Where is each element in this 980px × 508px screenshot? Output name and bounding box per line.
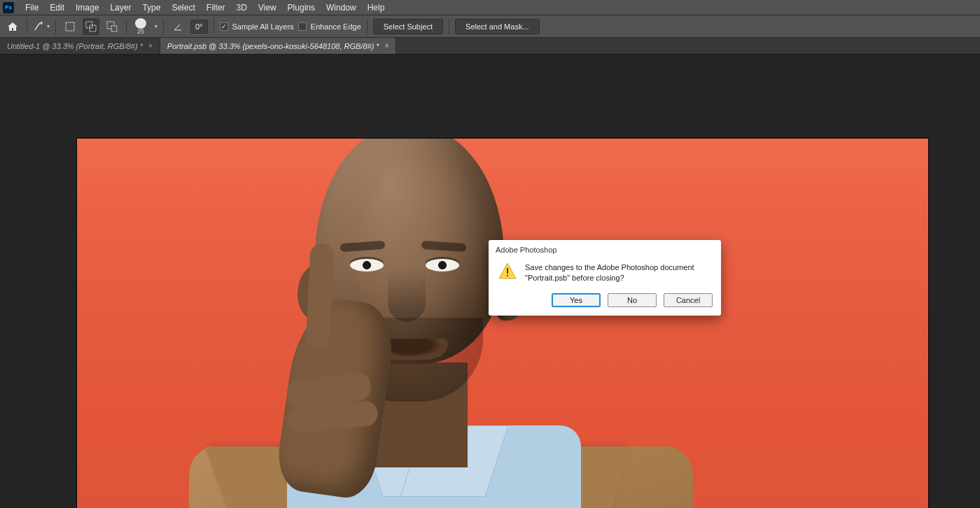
tab-untitled-1[interactable]: Untitled-1 @ 33.3% (Portrait, RGB/8#) * … xyxy=(0,38,160,54)
cancel-button[interactable]: Cancel xyxy=(664,293,713,307)
brush-preset-picker[interactable]: 25 xyxy=(132,18,149,35)
svg-rect-5 xyxy=(507,268,508,274)
menu-view[interactable]: View xyxy=(253,1,282,15)
brush-size-label: 25 xyxy=(137,29,144,35)
portrait-eye xyxy=(426,259,459,271)
brush-angle-icon xyxy=(169,18,186,35)
menu-layer[interactable]: Layer xyxy=(104,1,136,15)
brush-preview-icon xyxy=(135,18,146,29)
separator xyxy=(367,19,368,34)
menu-file[interactable]: File xyxy=(20,1,44,15)
close-icon[interactable]: × xyxy=(148,42,153,50)
warning-icon xyxy=(498,262,517,279)
enhance-edge-checkbox[interactable]: Enhance Edge xyxy=(298,22,361,31)
separator xyxy=(27,19,27,34)
separator xyxy=(163,19,164,34)
close-icon[interactable]: × xyxy=(385,42,389,50)
checkbox-icon xyxy=(220,22,228,31)
enhance-edge-label: Enhance Edge xyxy=(311,22,361,31)
select-and-mask-button[interactable]: Select and Mask... xyxy=(455,19,540,34)
menu-type[interactable]: Type xyxy=(136,1,166,15)
separator xyxy=(126,19,127,34)
chevron-down-icon: ▾ xyxy=(47,23,50,29)
subtract-from-selection-icon[interactable] xyxy=(104,18,120,35)
separator xyxy=(449,19,449,34)
svg-rect-0 xyxy=(66,22,74,31)
menu-bar: Ps File Edit Image Layer Type Select Fil… xyxy=(0,0,980,15)
sample-all-layers-checkbox[interactable]: Sample All Layers xyxy=(220,22,294,31)
save-changes-dialog: Adobe Photoshop Save changes to the Adob… xyxy=(489,240,721,316)
menu-help[interactable]: Help xyxy=(362,1,391,15)
tab-portrait-psb[interactable]: Portrait.psb @ 33.3% (pexels-ono-kosuki-… xyxy=(160,38,397,54)
menu-edit[interactable]: Edit xyxy=(44,1,70,15)
document-tabs: Untitled-1 @ 33.3% (Portrait, RGB/8#) * … xyxy=(0,38,980,55)
menu-window[interactable]: Window xyxy=(321,1,362,15)
add-to-selection-icon[interactable] xyxy=(83,18,99,35)
portrait-eye xyxy=(350,259,384,271)
separator xyxy=(214,19,214,34)
menu-image[interactable]: Image xyxy=(70,1,104,15)
tool-quick-select-icon[interactable]: ▾ xyxy=(33,18,50,35)
menu-3d[interactable]: 3D xyxy=(230,1,252,15)
chevron-down-icon[interactable]: ▾ xyxy=(155,23,158,29)
tab-label: Untitled-1 @ 33.3% (Portrait, RGB/8#) * xyxy=(7,42,143,50)
portrait-nose xyxy=(388,269,426,322)
home-icon[interactable] xyxy=(4,18,21,35)
brush-angle-input[interactable]: 0° xyxy=(190,20,208,34)
menu-plugins[interactable]: Plugins xyxy=(282,1,321,15)
svg-rect-4 xyxy=(111,26,117,31)
tab-label: Portrait.psb @ 33.3% (pexels-ono-kosuki-… xyxy=(167,42,379,50)
yes-button[interactable]: Yes xyxy=(552,293,601,307)
svg-rect-6 xyxy=(507,275,508,276)
dialog-message: Save changes to the Adobe Photoshop docu… xyxy=(525,262,711,283)
brush-angle-value: 0° xyxy=(195,22,203,31)
options-bar: ▾ 25 ▾ 0° Sample All Layers Enhance Edge… xyxy=(0,15,980,38)
sample-all-layers-label: Sample All Layers xyxy=(232,22,294,31)
canvas-area[interactable]: Adobe Photoshop Save changes to the Adob… xyxy=(0,55,980,508)
menu-select[interactable]: Select xyxy=(166,1,200,15)
app-icon: Ps xyxy=(3,2,14,13)
new-selection-icon[interactable] xyxy=(62,18,78,35)
document-canvas[interactable] xyxy=(77,139,928,508)
menu-filter[interactable]: Filter xyxy=(201,1,231,15)
dialog-title: Adobe Photoshop xyxy=(489,240,721,260)
select-subject-button[interactable]: Select Subject xyxy=(373,19,443,34)
checkbox-icon xyxy=(298,22,307,31)
no-button[interactable]: No xyxy=(608,293,657,307)
separator xyxy=(55,19,56,34)
